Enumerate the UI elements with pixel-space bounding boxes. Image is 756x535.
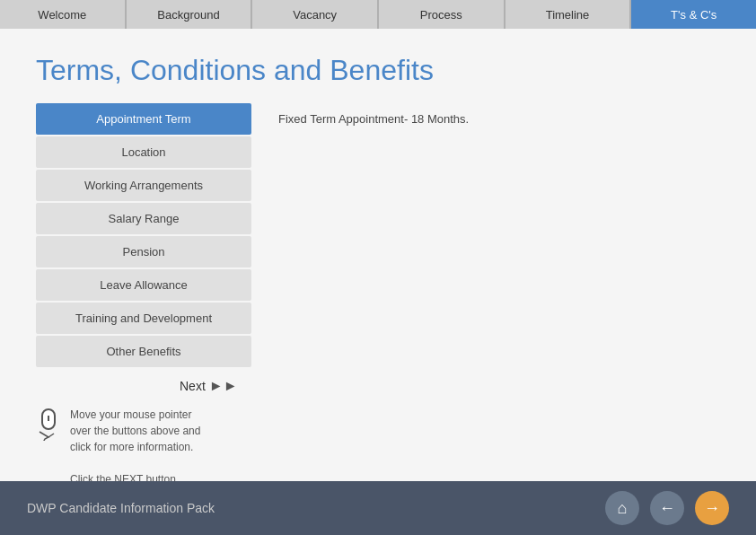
help-line2: over the buttons above and <box>70 425 200 437</box>
nav-tab-background[interactable]: Background <box>127 0 253 29</box>
sidebar-btn-training-development[interactable]: Training and Development <box>36 303 251 334</box>
top-navigation: Welcome Background Vacancy Process Timel… <box>0 0 756 29</box>
footer-title: DWP Candidate Information Pack <box>27 501 215 515</box>
next-label: Next <box>180 379 206 393</box>
sidebar-btn-leave-allowance[interactable]: Leave Allowance <box>36 269 251 301</box>
page-title: Terms, Conditions and Benefits <box>36 54 720 87</box>
sidebar-btn-appointment-term[interactable]: Appointment Term <box>36 103 251 135</box>
sidebar-btn-other-benefits[interactable]: Other Benefits <box>36 336 251 367</box>
back-icon: ← <box>659 499 675 518</box>
mouse-icon <box>36 408 61 441</box>
info-text: Fixed Term Appointment- 18 Months. <box>278 112 711 126</box>
nav-tab-tcs[interactable]: T's & C's <box>631 0 756 29</box>
nav-tab-welcome[interactable]: Welcome <box>0 0 127 29</box>
sidebar-btn-working-arrangements[interactable]: Working Arrangements <box>36 170 251 201</box>
next-arrows-icon: ►► <box>209 378 238 394</box>
sidebar-btn-pension[interactable]: Pension <box>36 236 251 268</box>
nav-tab-process[interactable]: Process <box>379 0 505 29</box>
forward-icon: → <box>704 499 720 518</box>
home-button[interactable]: ⌂ <box>605 491 639 525</box>
footer: DWP Candidate Information Pack ⌂ ← → <box>0 481 756 535</box>
back-button[interactable]: ← <box>650 491 684 525</box>
nav-tab-vacancy[interactable]: Vacancy <box>252 0 379 29</box>
next-button[interactable]: Next ►► <box>180 378 237 394</box>
sidebar: Appointment Term Location Working Arrang… <box>36 103 251 367</box>
sidebar-btn-salary-range[interactable]: Salary Range <box>36 203 251 234</box>
content-area: Appointment Term Location Working Arrang… <box>36 103 720 367</box>
info-panel: Fixed Term Appointment- 18 Months. <box>269 103 720 135</box>
footer-nav: ⌂ ← → <box>605 491 729 525</box>
help-line1: Move your mouse pointer <box>70 408 191 421</box>
main-content: Terms, Conditions and Benefits Appointme… <box>0 29 756 522</box>
sidebar-btn-location[interactable]: Location <box>36 136 251 168</box>
nav-tab-timeline[interactable]: Timeline <box>505 0 632 29</box>
help-line3: click for more information. <box>70 441 193 453</box>
forward-button[interactable]: → <box>695 491 729 525</box>
next-area: Next ►► <box>36 378 720 394</box>
home-icon: ⌂ <box>618 499 628 518</box>
